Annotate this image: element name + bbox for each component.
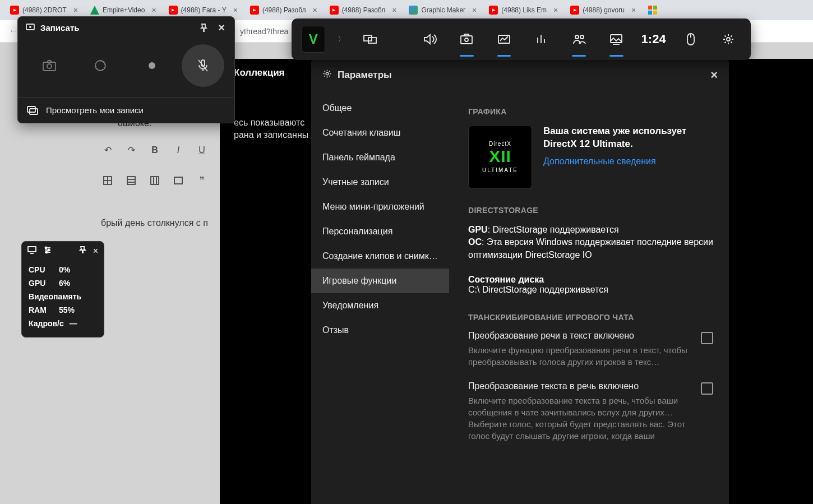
svg-rect-18 — [27, 107, 35, 112]
browser-tab[interactable]: ▶(4988) 2DROT× — [4, 2, 84, 18]
text-to-speech-desc: Включите преобразование текста в речь, ч… — [468, 395, 691, 442]
quote-button[interactable]: ” — [192, 170, 212, 191]
close-icon[interactable]: × — [553, 6, 558, 15]
close-icon[interactable]: × — [472, 6, 477, 15]
youtube-icon: ▶ — [330, 6, 339, 15]
pin-icon[interactable] — [198, 23, 209, 33]
browser-tab[interactable] — [643, 2, 663, 18]
clock: 1:24 — [641, 32, 666, 47]
audio-icon[interactable] — [417, 27, 442, 51]
redo-button[interactable]: ↷ — [121, 140, 141, 160]
text-to-speech-title: Преобразование текста в речь включено — [468, 381, 691, 391]
settings-title: Параметры — [338, 70, 392, 81]
stats-icon[interactable] — [529, 27, 554, 51]
svg-rect-28 — [364, 35, 372, 41]
nav-personalization[interactable]: Персонализация — [311, 219, 449, 244]
learn-more-link[interactable]: Дополнительные сведения — [543, 156, 656, 166]
screenshot-button[interactable] — [28, 44, 71, 87]
table-button[interactable] — [145, 170, 165, 191]
performance-icon[interactable] — [492, 27, 517, 51]
svg-point-31 — [465, 38, 468, 41]
perf-row-fps: Кадров/с— — [29, 317, 97, 330]
youtube-icon: ▶ — [10, 6, 19, 15]
chevron-right-icon[interactable]: 〉 — [338, 34, 345, 44]
mic-toggle-button[interactable] — [182, 44, 224, 87]
svg-point-43 — [326, 72, 329, 75]
format-button[interactable] — [168, 170, 188, 191]
xbox-gamebar: 〉 1:24 — [292, 19, 751, 60]
nav-accounts[interactable]: Учетные записи — [311, 170, 449, 195]
browser-tab[interactable]: ▶(4988) govoru× — [565, 2, 641, 18]
xbox-social-icon[interactable] — [566, 27, 592, 51]
record-last-button[interactable] — [79, 44, 122, 87]
nav-feedback[interactable]: Отзыв — [311, 318, 449, 343]
youtube-icon: ▶ — [250, 6, 259, 15]
close-icon[interactable]: × — [710, 68, 718, 82]
settings-nav: Общее Сочетания клавиш Панель геймпада У… — [311, 91, 449, 504]
pin-icon[interactable] — [78, 246, 86, 256]
svg-rect-6 — [151, 177, 159, 184]
text-to-speech-checkbox[interactable] — [701, 382, 713, 395]
close-icon[interactable]: × — [73, 6, 78, 15]
section-header-graphics: ГРАФИКА — [468, 107, 713, 116]
speech-to-text-checkbox[interactable] — [701, 332, 713, 344]
close-icon[interactable]: × — [312, 6, 317, 15]
svg-rect-32 — [464, 34, 469, 36]
table-button[interactable] — [98, 170, 118, 191]
collection-title: Коллекция — [234, 67, 312, 78]
browser-tab[interactable]: ▶(4988) Liks Em× — [483, 2, 563, 18]
section-header-directstorage: DIRECTSTORAGE — [468, 206, 713, 215]
nav-gaming-features[interactable]: Игровые функции — [311, 269, 449, 293]
table-button[interactable] — [121, 170, 141, 191]
ds-disk-text: C:\ DirectStorage поддерживается — [468, 285, 713, 295]
widgets-icon[interactable] — [358, 27, 383, 51]
svg-point-42 — [727, 38, 730, 41]
gallery-icon[interactable] — [604, 27, 629, 51]
browser-tab[interactable]: ▶(4988) Разобл× — [324, 2, 403, 18]
underline-button[interactable]: U — [192, 140, 212, 160]
svg-point-37 — [575, 35, 579, 39]
settings-panel: Параметры × Общее Сочетания клавиш Панел… — [311, 59, 729, 504]
perf-row-gpu: GPU6% — [29, 276, 97, 290]
mouse-icon[interactable] — [678, 27, 704, 51]
close-icon[interactable]: × — [216, 23, 227, 33]
svg-rect-20 — [28, 247, 36, 252]
svg-rect-9 — [174, 177, 182, 184]
section-header-chat-transcription: ТРАНСКРИБИРОВАНИЕ ИГРОВОГО ЧАТА — [468, 313, 713, 322]
nav-capturing[interactable]: Создание клипов и снимк… — [311, 244, 449, 269]
nav-notifications[interactable]: Уведомления — [311, 293, 449, 318]
speech-to-text-title: Преобразование речи в текст включено — [468, 331, 691, 341]
browser-tab[interactable]: ▶(4988) Разобл× — [244, 2, 323, 18]
ds-os-line: ОС: Эта версия Windows поддерживает посл… — [468, 236, 713, 261]
italic-button[interactable]: I — [168, 140, 188, 160]
youtube-icon: ▶ — [570, 6, 579, 15]
youtube-icon: ▶ — [169, 6, 178, 15]
collection-widget: Коллекция есь показываютс рана и записан… — [234, 67, 312, 141]
browser-tab[interactable]: Empire+Video× — [85, 2, 162, 18]
sliders-icon[interactable] — [43, 246, 52, 256]
browser-tab[interactable]: ▶(4988) Fara - Y× — [163, 2, 243, 18]
nav-widget-menu[interactable]: Меню мини-приложений — [311, 195, 449, 219]
game-logo[interactable] — [302, 26, 325, 53]
nav-shortcuts[interactable]: Сочетания клавиш — [311, 121, 449, 145]
bold-button[interactable]: B — [145, 140, 165, 160]
drive-icon — [90, 6, 99, 15]
start-recording-button[interactable] — [131, 44, 173, 87]
close-icon[interactable]: × — [631, 6, 636, 15]
browser-tab[interactable]: Graphic Maker× — [403, 2, 482, 18]
perf-row-ram: RAM55% — [29, 303, 97, 317]
nav-gamepad[interactable]: Панель геймпада — [311, 145, 449, 170]
collection-desc: есь показываютс рана и записанны — [234, 117, 312, 141]
close-icon[interactable]: × — [151, 6, 156, 15]
monitor-icon[interactable] — [27, 246, 36, 256]
close-icon[interactable]: × — [392, 6, 396, 15]
close-icon[interactable]: × — [233, 6, 238, 15]
capture-icon[interactable] — [454, 27, 479, 51]
settings-icon[interactable] — [715, 27, 741, 51]
performance-widget: × CPU0% GPU6% Видеопамять RAM55% Кадров/… — [21, 241, 104, 337]
nav-general[interactable]: Общее — [311, 96, 449, 121]
view-recordings-button[interactable]: Просмотреть мои записи — [18, 97, 234, 123]
undo-button[interactable]: ↶ — [98, 140, 118, 160]
close-icon[interactable]: × — [93, 246, 98, 256]
app-icon — [409, 6, 418, 15]
